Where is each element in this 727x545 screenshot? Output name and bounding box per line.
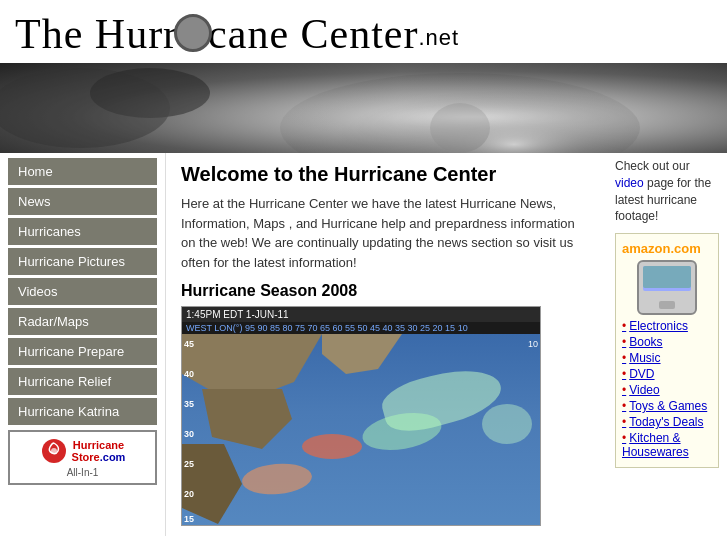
amazon-link-deals[interactable]: •Today's Deals	[622, 415, 712, 429]
banner-image	[0, 63, 727, 153]
lat-label-r: 10	[528, 339, 538, 349]
map-body: 45 40 35 30 25 20 15 10	[182, 334, 540, 526]
hurricane-logo-icon	[174, 14, 212, 52]
sidebar-item-hurricane-katrina[interactable]: Hurricane Katrina	[8, 398, 157, 425]
sidebar-item-radar-maps[interactable]: Radar/Maps	[8, 308, 157, 335]
amazon-logo-text: amazon.com	[622, 241, 701, 256]
hurricane-store-promo[interactable]: Hurricane Store.com All-In-1	[8, 430, 157, 485]
amazon-link-video[interactable]: •Video	[622, 383, 712, 397]
check-video-text: Check out our video page for the latest …	[615, 158, 719, 225]
lat-35: 35	[184, 399, 194, 409]
right-panel: Check out our video page for the latest …	[607, 153, 727, 536]
video-link[interactable]: video	[615, 176, 644, 190]
bullet-toys: •	[622, 399, 626, 413]
welcome-heading: Welcome to the Hurricane Center	[181, 163, 592, 186]
hurricane-store-icon	[40, 437, 68, 465]
lat-20: 20	[184, 489, 194, 499]
season-heading: Hurricane Season 2008	[181, 282, 592, 300]
main-layout: Home News Hurricanes Hurricane Pictures …	[0, 153, 727, 536]
svg-point-5	[51, 448, 57, 454]
amazon-link-dvd[interactable]: •DVD	[622, 367, 712, 381]
main-content: Welcome to the Hurricane Center Here at …	[165, 153, 607, 536]
sidebar-item-home[interactable]: Home	[8, 158, 157, 185]
amazon-link-electronics[interactable]: •Electronics	[622, 319, 712, 333]
intro-text: Here at the Hurricane Center we have the…	[181, 194, 592, 272]
map-scale: WEST LON(°) 95 90 85 80 75 70 65 60 55 5…	[182, 322, 540, 334]
lat-30: 30	[184, 429, 194, 439]
device-screen	[643, 266, 691, 288]
hurricane-map: 1:45PM EDT 1-JUN-11 WEST LON(°) 95 90 85…	[181, 306, 541, 526]
banner-svg	[0, 63, 727, 153]
land-midwest	[322, 334, 402, 384]
promo-tagline: All-In-1	[15, 467, 150, 478]
land-southeast	[202, 389, 302, 449]
amazon-link-toys[interactable]: •Toys & Games	[622, 399, 712, 413]
amazon-box: amazon.com •Electronics •Books •Music •D…	[615, 233, 719, 468]
sidebar: Home News Hurricanes Hurricane Pictures …	[0, 153, 165, 536]
svg-point-1	[430, 103, 490, 153]
title-text-2: cane Center	[208, 11, 418, 57]
bullet-dvd: •	[622, 367, 626, 381]
map-time-label: 1:45PM EDT 1-JUN-11	[186, 309, 289, 320]
storm-hot-spot	[302, 434, 362, 459]
amazon-device-image	[637, 260, 697, 315]
amazon-link-kitchen[interactable]: •Kitchen & Housewares	[622, 431, 712, 459]
site-title: The Hurrcane Center.net	[15, 10, 712, 58]
device-controls	[659, 301, 675, 309]
lat-40: 40	[184, 369, 194, 379]
bullet-electronics: •	[622, 319, 626, 333]
land-caribbean	[182, 444, 242, 524]
svg-point-3	[90, 68, 210, 118]
lat-45: 45	[184, 339, 194, 349]
map-header: 1:45PM EDT 1-JUN-11	[182, 307, 540, 322]
sidebar-item-videos[interactable]: Videos	[8, 278, 157, 305]
amazon-logo: amazon.com	[622, 240, 712, 256]
sidebar-item-hurricane-pictures[interactable]: Hurricane Pictures	[8, 248, 157, 275]
amazon-link-music[interactable]: •Music	[622, 351, 712, 365]
bullet-music: •	[622, 351, 626, 365]
lat-15: 15	[184, 514, 194, 524]
site-header: The Hurrcane Center.net	[0, 0, 727, 63]
title-text-1: The Hurr	[15, 11, 178, 57]
amazon-links: •Electronics •Books •Music •DVD •Video •…	[622, 319, 712, 459]
title-tld: .net	[419, 25, 460, 50]
check-text-1: Check out our	[615, 159, 690, 173]
bullet-books: •	[622, 335, 626, 349]
bullet-video: •	[622, 383, 626, 397]
storm-band-3	[482, 404, 532, 444]
sidebar-item-hurricanes[interactable]: Hurricanes	[8, 218, 157, 245]
sidebar-item-hurricane-relief[interactable]: Hurricane Relief	[8, 368, 157, 395]
bullet-deals: •	[622, 415, 626, 429]
storm-band-4	[241, 461, 313, 497]
sidebar-item-news[interactable]: News	[8, 188, 157, 215]
amazon-link-books[interactable]: •Books	[622, 335, 712, 349]
storm-band-2	[360, 407, 445, 455]
nav-menu: Home News Hurricanes Hurricane Pictures …	[8, 158, 157, 425]
bullet-kitchen: •	[622, 431, 626, 445]
lat-25: 25	[184, 459, 194, 469]
sidebar-item-hurricane-prepare[interactable]: Hurricane Prepare	[8, 338, 157, 365]
